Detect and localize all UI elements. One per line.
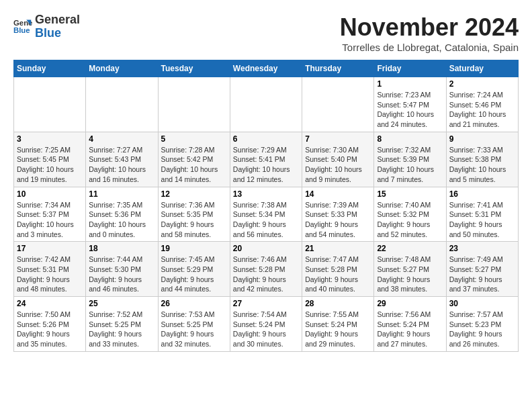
calendar-day-cell: 27Sunrise: 7:54 AM Sunset: 5:24 PM Dayli…: [230, 297, 302, 352]
day-number: 18: [89, 244, 154, 253]
calendar-day-cell: 22Sunrise: 7:48 AM Sunset: 5:27 PM Dayli…: [374, 242, 446, 297]
day-info: Sunrise: 7:53 AM Sunset: 5:25 PM Dayligh…: [161, 310, 227, 349]
day-number: 26: [161, 299, 227, 308]
day-number: 3: [17, 134, 83, 144]
calendar-day-cell: 15Sunrise: 7:40 AM Sunset: 5:32 PM Dayli…: [374, 187, 446, 242]
calendar-day-cell: 19Sunrise: 7:45 AM Sunset: 5:29 PM Dayli…: [158, 242, 230, 297]
day-number: 8: [377, 134, 443, 144]
calendar-day-cell: 4Sunrise: 7:27 AM Sunset: 5:43 PM Daylig…: [86, 132, 158, 187]
calendar-week-row: 3Sunrise: 7:25 AM Sunset: 5:45 PM Daylig…: [14, 132, 519, 187]
calendar-day-cell: 7Sunrise: 7:30 AM Sunset: 5:40 PM Daylig…: [302, 132, 374, 187]
day-info: Sunrise: 7:29 AM Sunset: 5:41 PM Dayligh…: [233, 145, 299, 185]
calendar-day-cell: 30Sunrise: 7:57 AM Sunset: 5:23 PM Dayli…: [446, 297, 518, 352]
day-number: 5: [161, 134, 227, 144]
svg-text:Blue: Blue: [13, 26, 30, 34]
calendar-day-cell: 29Sunrise: 7:56 AM Sunset: 5:24 PM Dayli…: [374, 297, 446, 352]
calendar-table: SundayMondayTuesdayWednesdayThursdayFrid…: [13, 60, 519, 352]
calendar-day-cell: [86, 77, 158, 132]
calendar-day-cell: 6Sunrise: 7:29 AM Sunset: 5:41 PM Daylig…: [230, 132, 302, 187]
weekday-header: Sunday: [14, 60, 86, 77]
day-info: Sunrise: 7:57 AM Sunset: 5:23 PM Dayligh…: [449, 310, 515, 349]
month-title: November 2024: [340, 13, 519, 42]
day-number: 25: [89, 299, 154, 308]
day-info: Sunrise: 7:27 AM Sunset: 5:43 PM Dayligh…: [89, 145, 154, 185]
calendar-week-row: 24Sunrise: 7:50 AM Sunset: 5:26 PM Dayli…: [14, 297, 519, 352]
calendar-day-cell: 2Sunrise: 7:24 AM Sunset: 5:46 PM Daylig…: [446, 77, 518, 132]
calendar-day-cell: [230, 77, 302, 132]
day-info: Sunrise: 7:28 AM Sunset: 5:42 PM Dayligh…: [161, 145, 227, 185]
calendar-day-cell: 3Sunrise: 7:25 AM Sunset: 5:45 PM Daylig…: [14, 132, 86, 187]
day-number: 23: [449, 244, 515, 253]
calendar-day-cell: 25Sunrise: 7:52 AM Sunset: 5:25 PM Dayli…: [86, 297, 158, 352]
logo: General Blue General Blue: [13, 13, 80, 40]
day-number: 6: [233, 134, 299, 144]
day-number: 13: [233, 189, 299, 199]
weekday-header: Thursday: [302, 60, 374, 77]
day-info: Sunrise: 7:39 AM Sunset: 5:33 PM Dayligh…: [305, 200, 371, 240]
day-info: Sunrise: 7:48 AM Sunset: 5:27 PM Dayligh…: [377, 255, 443, 294]
day-number: 10: [17, 189, 83, 199]
calendar-day-cell: 24Sunrise: 7:50 AM Sunset: 5:26 PM Dayli…: [14, 297, 86, 352]
logo-text: General Blue: [35, 13, 80, 40]
day-number: 7: [305, 134, 371, 144]
calendar-day-cell: 28Sunrise: 7:55 AM Sunset: 5:24 PM Dayli…: [302, 297, 374, 352]
day-info: Sunrise: 7:45 AM Sunset: 5:29 PM Dayligh…: [161, 255, 227, 294]
day-info: Sunrise: 7:49 AM Sunset: 5:27 PM Dayligh…: [449, 255, 515, 294]
weekday-header: Saturday: [446, 60, 518, 77]
day-number: 21: [305, 244, 371, 253]
calendar-day-cell: 16Sunrise: 7:41 AM Sunset: 5:31 PM Dayli…: [446, 187, 518, 242]
day-number: 24: [17, 299, 83, 308]
day-number: 29: [377, 299, 443, 308]
calendar-day-cell: 11Sunrise: 7:35 AM Sunset: 5:36 PM Dayli…: [86, 187, 158, 242]
weekday-header: Monday: [86, 60, 158, 77]
day-number: 4: [89, 134, 154, 144]
calendar-week-row: 1Sunrise: 7:23 AM Sunset: 5:47 PM Daylig…: [14, 77, 519, 132]
day-info: Sunrise: 7:55 AM Sunset: 5:24 PM Dayligh…: [305, 310, 371, 349]
logo-icon: General Blue: [13, 17, 32, 36]
location: Torrelles de Llobregat, Catalonia, Spain: [340, 42, 519, 53]
day-number: 12: [161, 189, 227, 199]
day-info: Sunrise: 7:23 AM Sunset: 5:47 PM Dayligh…: [377, 90, 443, 130]
calendar-day-cell: 23Sunrise: 7:49 AM Sunset: 5:27 PM Dayli…: [446, 242, 518, 297]
day-number: 15: [377, 189, 443, 199]
calendar-day-cell: 21Sunrise: 7:47 AM Sunset: 5:28 PM Dayli…: [302, 242, 374, 297]
day-info: Sunrise: 7:30 AM Sunset: 5:40 PM Dayligh…: [305, 145, 371, 185]
day-info: Sunrise: 7:24 AM Sunset: 5:46 PM Dayligh…: [449, 90, 515, 130]
day-info: Sunrise: 7:52 AM Sunset: 5:25 PM Dayligh…: [89, 310, 154, 349]
calendar-day-cell: 12Sunrise: 7:36 AM Sunset: 5:35 PM Dayli…: [158, 187, 230, 242]
day-number: 9: [449, 134, 515, 144]
day-number: 2: [449, 79, 515, 89]
calendar-day-cell: 17Sunrise: 7:42 AM Sunset: 5:31 PM Dayli…: [14, 242, 86, 297]
day-info: Sunrise: 7:33 AM Sunset: 5:38 PM Dayligh…: [449, 145, 515, 185]
calendar-week-row: 17Sunrise: 7:42 AM Sunset: 5:31 PM Dayli…: [14, 242, 519, 297]
day-info: Sunrise: 7:44 AM Sunset: 5:30 PM Dayligh…: [89, 255, 154, 294]
day-info: Sunrise: 7:32 AM Sunset: 5:39 PM Dayligh…: [377, 145, 443, 185]
calendar-day-cell: 5Sunrise: 7:28 AM Sunset: 5:42 PM Daylig…: [158, 132, 230, 187]
day-info: Sunrise: 7:36 AM Sunset: 5:35 PM Dayligh…: [161, 200, 227, 240]
title-block: November 2024 Torrelles de Llobregat, Ca…: [340, 13, 519, 53]
day-number: 27: [233, 299, 299, 308]
day-number: 14: [305, 189, 371, 199]
day-info: Sunrise: 7:54 AM Sunset: 5:24 PM Dayligh…: [233, 310, 299, 349]
day-info: Sunrise: 7:34 AM Sunset: 5:37 PM Dayligh…: [17, 200, 83, 240]
day-number: 19: [161, 244, 227, 253]
day-number: 17: [17, 244, 83, 253]
day-info: Sunrise: 7:40 AM Sunset: 5:32 PM Dayligh…: [377, 200, 443, 240]
calendar-day-cell: 13Sunrise: 7:38 AM Sunset: 5:34 PM Dayli…: [230, 187, 302, 242]
calendar-day-cell: 14Sunrise: 7:39 AM Sunset: 5:33 PM Dayli…: [302, 187, 374, 242]
calendar-day-cell: 10Sunrise: 7:34 AM Sunset: 5:37 PM Dayli…: [14, 187, 86, 242]
calendar-day-cell: 26Sunrise: 7:53 AM Sunset: 5:25 PM Dayli…: [158, 297, 230, 352]
day-info: Sunrise: 7:41 AM Sunset: 5:31 PM Dayligh…: [449, 200, 515, 240]
day-info: Sunrise: 7:42 AM Sunset: 5:31 PM Dayligh…: [17, 255, 83, 294]
day-info: Sunrise: 7:56 AM Sunset: 5:24 PM Dayligh…: [377, 310, 443, 349]
calendar-day-cell: [302, 77, 374, 132]
day-info: Sunrise: 7:38 AM Sunset: 5:34 PM Dayligh…: [233, 200, 299, 240]
weekday-header: Wednesday: [230, 60, 302, 77]
weekday-header: Tuesday: [158, 60, 230, 77]
day-info: Sunrise: 7:47 AM Sunset: 5:28 PM Dayligh…: [305, 255, 371, 294]
day-info: Sunrise: 7:46 AM Sunset: 5:28 PM Dayligh…: [233, 255, 299, 294]
calendar-day-cell: 1Sunrise: 7:23 AM Sunset: 5:47 PM Daylig…: [374, 77, 446, 132]
day-info: Sunrise: 7:50 AM Sunset: 5:26 PM Dayligh…: [17, 310, 83, 349]
day-number: 28: [305, 299, 371, 308]
day-number: 22: [377, 244, 443, 253]
